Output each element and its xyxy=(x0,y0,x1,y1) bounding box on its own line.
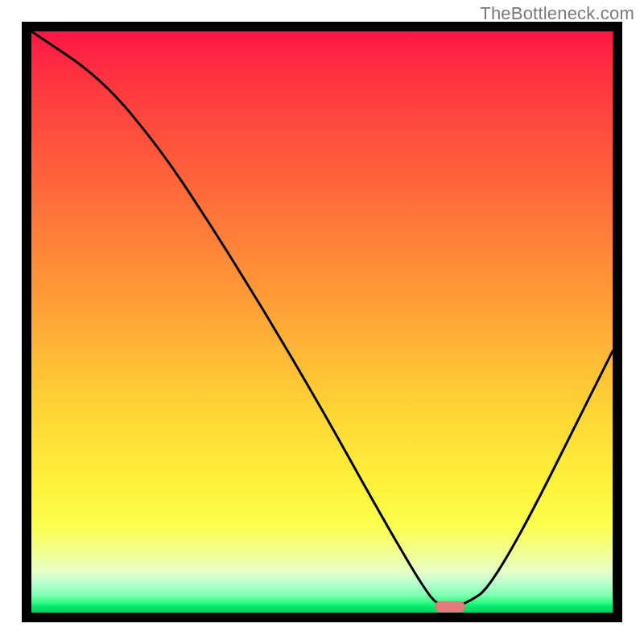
bottleneck-curve xyxy=(31,31,613,607)
chart-container: TheBottleneck.com xyxy=(0,0,644,644)
plot-area xyxy=(22,22,622,622)
curve-svg xyxy=(22,22,622,622)
trough-marker xyxy=(435,601,464,613)
